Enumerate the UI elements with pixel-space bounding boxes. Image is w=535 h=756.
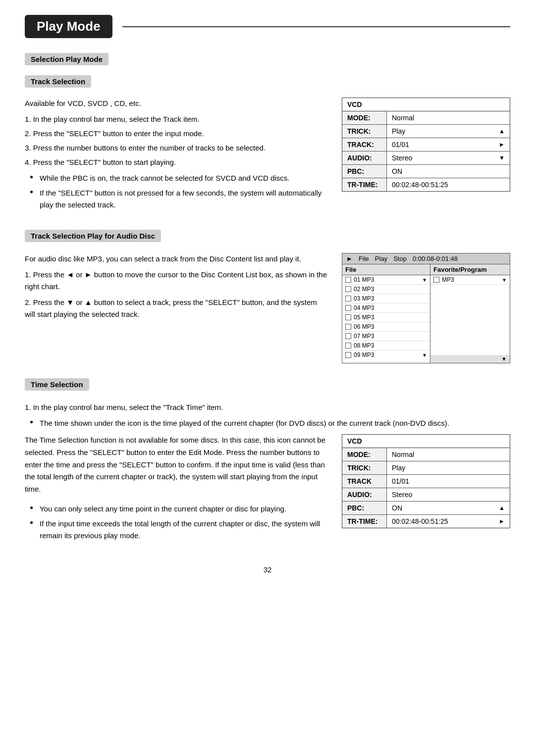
selection-play-mode-header: Selection Play Mode	[25, 53, 108, 65]
mp3-toolbar-file: File	[359, 255, 369, 262]
vcd-panel-2-title: VCD	[342, 435, 510, 448]
mp3-checkbox-4[interactable]	[345, 305, 351, 311]
track-selection-audio-section: For audio disc like MP3, you can select …	[25, 253, 510, 363]
mp3-toolbar: ► File Play Stop 0:00:08-0:01:48	[342, 253, 510, 264]
vcd-row-audio: AUDIO: Stereo ▼	[342, 151, 510, 165]
vcd2-value-trtime: 00:02:48-00:51:25 ►	[387, 515, 510, 528]
time-bullet-list-1: The time shown under the icon is the tim…	[30, 417, 510, 429]
mp3-item-7: 07 MP3	[342, 332, 430, 341]
mp3-toolbar-play: Play	[375, 255, 387, 262]
mp3-item-8: 08 MP3	[342, 341, 430, 351]
vcd-panel-2: VCD MODE: Normal TRICK: Play TRACK 01/01…	[342, 434, 510, 528]
track-selection-section: Available for VCD, SVCD , CD, etc. 1. In…	[25, 98, 510, 215]
vcd-row-pbc: PBC: ON	[342, 165, 510, 178]
mp3-play-arrow: ►	[346, 255, 353, 262]
track-step-3: 3. Press the number buttons to enter the…	[25, 142, 327, 154]
vcd-value-trtime: 00:02:48-00:51:25	[387, 178, 510, 191]
audio-arrow-down: ▼	[499, 154, 505, 161]
vcd-label-trtime: TR-TIME:	[342, 178, 387, 191]
audio-para-1: 1. Press the ◄ or ► button to move the c…	[25, 269, 327, 293]
mp3-item-5: 05 MP3	[342, 313, 430, 322]
vcd2-label-track: TRACK	[342, 475, 387, 488]
mp3-col-left: File 01 MP3 ▼ 02 MP3 03 MP3	[342, 264, 430, 363]
vcd2-label-trick: TRICK:	[342, 461, 387, 474]
mp3-item-9: 09 MP3 ▼	[342, 351, 430, 359]
vcd-panel-1: VCD MODE: Normal TRICK: Play ▲ TRACK: 01…	[342, 98, 510, 192]
track-arrow-right: ►	[499, 141, 505, 148]
mp3-checkbox-7[interactable]	[345, 333, 351, 339]
track-bullet-1: While the PBC is on, the track cannot be…	[30, 172, 327, 184]
vcd-label-pbc: PBC:	[342, 165, 387, 178]
vcd2-pbc-arrow-up: ▲	[499, 504, 505, 511]
mp3-right-item-1: MP3 ▼	[430, 275, 510, 285]
vcd-row-track: TRACK: 01/01 ►	[342, 138, 510, 151]
mp3-right-arrow: ▼	[502, 277, 507, 283]
trick-arrow-up: ▲	[499, 128, 505, 135]
vcd-value-track: 01/01 ►	[387, 138, 510, 151]
mp3-scroll-down-left: ▼	[422, 353, 427, 358]
vcd-label-track: TRACK:	[342, 138, 387, 151]
mp3-item-4: 04 MP3	[342, 303, 430, 313]
track-selection-audio-header: Track Selection Play for Audio Disc	[25, 230, 161, 242]
vcd2-label-pbc: PBC:	[342, 502, 387, 514]
time-bullet-2-1: If the input time exceeds the total leng…	[30, 518, 327, 542]
audio-para-2: 2. Press the ▼ or ▲ button to select a t…	[25, 297, 327, 320]
mp3-toolbar-time: 0:00:08-0:01:48	[413, 255, 458, 262]
vcd2-row-audio: AUDIO: Stereo	[342, 488, 510, 502]
vcd-row-mode: MODE: Normal	[342, 111, 510, 125]
vcd2-trtime-arrow-right: ►	[499, 518, 505, 525]
time-step-1: 1. In the play control bar menu, select …	[25, 402, 510, 413]
mp3-checkbox-3[interactable]	[345, 296, 351, 302]
mp3-right-checkbox-1[interactable]	[433, 277, 439, 283]
vcd2-label-audio: AUDIO:	[342, 488, 387, 501]
mp3-right-empty	[430, 285, 510, 355]
vcd2-label-mode: MODE:	[342, 448, 387, 461]
time-selection-header: Time Selection	[25, 378, 89, 391]
mp3-arrow-1: ▼	[422, 277, 427, 283]
mp3-right-scroll-bottom: ▼	[430, 355, 510, 363]
mp3-item-6: 06 MP3	[342, 322, 430, 332]
mp3-right-header: Favorite/Program	[430, 264, 510, 275]
time-long-text: The Time Selection function is not avail…	[25, 434, 327, 496]
vcd-value-mode: Normal	[387, 111, 510, 124]
track-selection-header: Track Selection	[25, 75, 91, 88]
mp3-panel: ► File Play Stop 0:00:08-0:01:48 File 01…	[342, 253, 510, 363]
mp3-body: File 01 MP3 ▼ 02 MP3 03 MP3	[342, 264, 510, 363]
time-section-left: The Time Selection function is not avail…	[25, 434, 327, 546]
mp3-checkbox-2[interactable]	[345, 286, 351, 292]
mp3-checkbox-6[interactable]	[345, 324, 351, 330]
mp3-checkbox-8[interactable]	[345, 343, 351, 349]
vcd2-value-audio: Stereo	[387, 488, 510, 501]
mp3-checkbox-5[interactable]	[345, 314, 351, 320]
track-step-2: 2. Press the "SELECT" button to enter th…	[25, 128, 327, 140]
mp3-panel-container: ► File Play Stop 0:00:08-0:01:48 File 01…	[342, 253, 510, 363]
vcd2-value-track: 01/01	[387, 475, 510, 488]
mp3-checkbox-9[interactable]	[345, 352, 351, 358]
vcd2-value-trick: Play	[387, 461, 510, 474]
vcd2-label-trtime: TR-TIME:	[342, 515, 387, 528]
track-step-1: 1. In the play control bar menu, select …	[25, 113, 327, 125]
page-title-bar: Play Mode	[25, 15, 510, 38]
vcd2-row-track: TRACK 01/01	[342, 475, 510, 488]
vcd-value-audio: Stereo ▼	[387, 151, 510, 164]
track-bullets: While the PBC is on, the track cannot be…	[30, 172, 327, 211]
time-bullet-list-2: You can only select any time point in th…	[30, 503, 327, 542]
vcd2-row-trick: TRICK: Play	[342, 461, 510, 475]
mp3-item-1: 01 MP3 ▼	[342, 275, 430, 285]
mp3-toolbar-stop: Stop	[393, 255, 407, 262]
mp3-item-3: 03 MP3	[342, 294, 430, 303]
vcd2-row-pbc: PBC: ON ▲	[342, 502, 510, 515]
vcd-value-trick: Play ▲	[387, 125, 510, 138]
time-bullet-1: The time shown under the icon is the tim…	[30, 417, 510, 429]
title-divider	[122, 26, 510, 27]
mp3-checkbox-1[interactable]	[345, 277, 351, 283]
vcd2-row-mode: MODE: Normal	[342, 448, 510, 461]
track-selection-left: Available for VCD, SVCD , CD, etc. 1. In…	[25, 98, 327, 215]
vcd-panel-2-container: VCD MODE: Normal TRICK: Play TRACK 01/01…	[342, 434, 510, 546]
vcd-label-trick: TRICK:	[342, 125, 387, 138]
time-selection-row: The Time Selection function is not avail…	[25, 434, 510, 546]
page-title: Play Mode	[25, 15, 112, 38]
vcd-value-pbc: ON	[387, 165, 510, 178]
vcd2-row-trtime: TR-TIME: 00:02:48-00:51:25 ►	[342, 515, 510, 528]
audio-para-0: For audio disc like MP3, you can select …	[25, 253, 327, 265]
